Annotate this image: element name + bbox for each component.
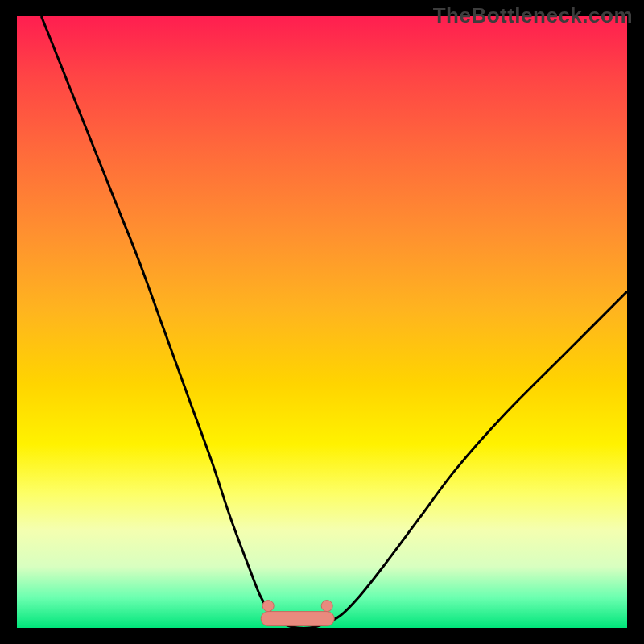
plateau-end-left [262,601,274,612]
bottleneck-curve-path [41,16,627,628]
chart-overlay [17,16,627,628]
plateau-marker [261,601,334,626]
plateau-end-right [321,601,332,612]
chart-frame: TheBottleneck.com [0,0,644,644]
plateau-pill [261,612,334,626]
watermark-text: TheBottleneck.com [433,3,633,28]
